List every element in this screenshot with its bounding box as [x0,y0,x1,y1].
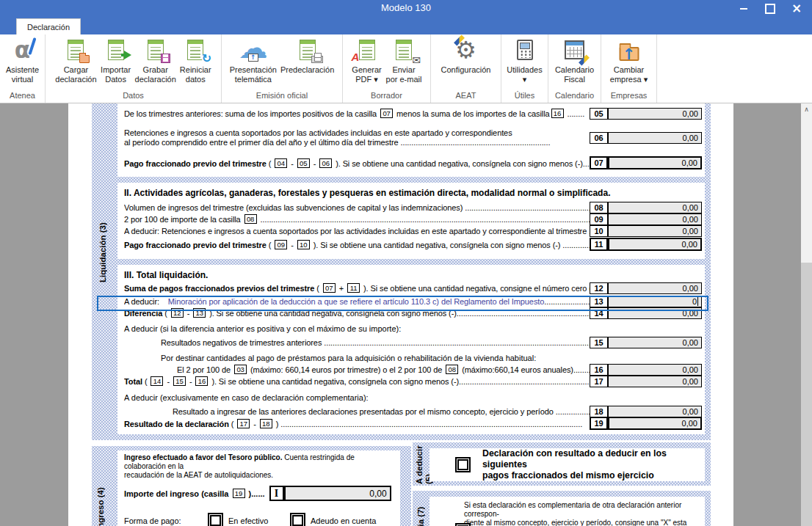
row-label: A deducir: Minoración por aplicación de … [124,297,590,306]
ribbon-group-calendario: Calendario Fiscal Calendario [548,34,601,103]
row-label: A deducir: Retenciones e ingresos a cuen… [124,227,590,235]
importe-value-field[interactable]: 0,00 [284,486,391,501]
gear-icon: ⚙ [451,36,482,64]
cambiar-empresa-button[interactable]: ↑ Cambiar empresa ▾ [609,35,649,85]
document-printer-icon [292,36,323,64]
a-deducir-checkbox[interactable] [455,457,471,472]
ribbon-group-emision: ☁↑ Presentación telemática Predeclaració… [222,34,343,103]
presentacion-telematica-button[interactable]: ☁↑ Presentación telemática [228,35,278,85]
ribbon-group-borrador: A Generar PDF ▾ ✉ Enviar por e-mail Borr… [343,34,431,103]
configuracion-button[interactable]: ⚙ Configuración [440,35,493,76]
reiniciar-datos-button[interactable]: ↻ Reiniciar datos [178,35,213,85]
note-a-deducir-1: A deducir (si la diferencia anterior es … [124,324,702,333]
a-deducir-box: Declaración con resultado a deducir en l… [429,448,705,481]
utilidades-button[interactable]: Utilidades ▾ [505,35,543,85]
complementaria-text: Si esta declaración es complementaria de… [464,501,699,526]
ribbon-group-aeat: ⚙ Configuración AEAT [431,34,501,103]
row-label: Pago fraccionado previo del trimestre ( … [124,240,590,249]
ribbon: α Asistente virtual Atenea Cargar declar… [0,34,812,103]
form-row-19: Resultado de la declaración ( 17 - 18 ) … [124,417,702,430]
generar-pdf-button[interactable]: A Generar PDF ▾ [350,35,384,85]
row-label: De los trimestres anteriores: suma de lo… [124,109,590,118]
row-label: Retenciones e ingresos a cuenta soportad… [124,128,590,147]
casilla-value-field[interactable]: 0,00 [608,282,702,294]
tab-declaracion[interactable]: Declaración [16,18,81,34]
casilla-value-field[interactable]: 0,00 [608,376,702,387]
modelo-130-window: Modelo 130 × Declaración α Asistente vir… [0,0,812,526]
grabar-declaracion-button[interactable]: Grabar declaración [134,35,178,85]
casilla-number: 15 [590,337,608,348]
title-bar: Modelo 130 × [0,0,812,34]
form-row-14: Diferencia ( 12 - 13 ). Si se obtiene un… [124,307,702,319]
form-row-15: Resultados negativos de trimestres anter… [124,336,702,348]
casilla-value-field[interactable]: 0,00 [608,238,702,251]
casilla-value-field[interactable]: 0,00 [608,417,702,430]
casilla-value-field[interactable]: 0,00 [608,213,702,225]
a-deducir-text: Declaración con resultado a deducir en l… [482,448,705,481]
casilla-value-field[interactable]: 0,00 [608,202,702,213]
calendar-icon [559,36,590,64]
minimize-button[interactable] [733,1,755,15]
text-caret [697,297,698,306]
form-row-07: Pago fraccionado previo del trimestre ( … [124,156,702,169]
complementaria-box: Si esta declaración es complementaria de… [429,497,705,526]
section-complementaria: Complementaria (7) Si esta declaración e… [413,491,711,526]
form-viewport: Liquidación (3) De los trimestres anteri… [0,103,812,526]
casilla-value-field[interactable]: 0,00 [608,132,702,144]
casilla-number: 16 [590,364,608,376]
note-a-deducir-2: A deducir (exclusivamente en caso de dec… [124,393,702,402]
liquidacion-box-1: De los trimestres anteriores: suma de lo… [117,103,705,177]
casilla-number: 14 [590,307,608,319]
asistente-virtual-button[interactable]: α Asistente virtual [4,35,40,85]
group-name-datos: Datos [46,90,221,103]
casilla-value-field[interactable]: 0,00 [608,156,702,169]
ribbon-group-utiles: Utilidades ▾ Útiles [501,34,548,103]
casilla-value-field[interactable]: 0,00 [608,108,702,120]
importe-row: Importe del ingreso (casilla 19 )...... … [124,486,396,501]
enviar-email-button[interactable]: ✉ Enviar por e-mail [385,35,424,85]
cargar-declaracion-button[interactable]: Cargar declaración [54,35,98,85]
liquidacion-side-label: Liquidación (3) [98,180,108,282]
vertical-scrollbar[interactable]: ∧ [801,103,812,526]
document-pdf-icon: A [352,36,383,64]
casilla-value-field[interactable]: 0,00 [608,307,702,319]
row-label: Resultado a ingresar de las anteriores d… [124,407,590,416]
form-row-10: A deducir: Retenciones e ingresos a cuen… [124,224,702,237]
en-efectivo-checkbox[interactable] [208,513,223,526]
row-label: Volumen de ingresos del trimestre (exclu… [124,203,590,212]
form-row-18: Resultado a ingresar de las anteriores d… [124,405,702,417]
form-row-13: A deducir: Minoración por aplicación de … [124,295,702,307]
form-row-17: Total ( 14 - 15 - 16 ). Si se obtiene un… [124,375,702,387]
group-name-aeat: AEAT [431,90,501,103]
section-ingreso: Ingreso (4) Ingreso efectuado a favor de… [92,446,411,526]
row-label: Resultado de la declaración ( 17 - 18 ) … [124,419,590,428]
form-row-05: De los trimestres anteriores: suma de lo… [124,107,702,120]
maximize-button[interactable] [759,1,781,15]
casilla-number: 06 [590,132,608,144]
predeclaracion-button[interactable]: Predeclaración [279,35,336,76]
document-save-icon [140,36,171,64]
close-button[interactable]: × [786,1,808,15]
casilla-value-field-focused[interactable]: 0 [608,296,702,307]
casilla-number: 10 [590,225,608,237]
scroll-up-icon[interactable]: ∧ [801,103,812,114]
document-import-arrow-icon [101,36,131,64]
form-row-08: Volumen de ingresos del trimestre (exclu… [124,201,702,213]
casilla-number: 19 [590,417,608,430]
note-vivienda: Por destinar cantidades al pago de prést… [124,354,702,362]
casilla-value-field[interactable]: 0,00 [608,337,702,348]
complementaria-checkbox[interactable] [455,523,471,526]
ribbon-group-empresas: ↑ Cambiar empresa ▾ Empresas [601,34,657,103]
casilla-value-field[interactable]: 0,00 [608,364,702,376]
casilla-value-field[interactable]: 0,00 [608,406,702,417]
casilla-number: 05 [590,108,608,120]
importar-datos-button[interactable]: Importar Datos [99,35,133,85]
alpha-assistant-icon: α [7,36,38,64]
scrollbar-thumb[interactable] [801,263,812,526]
casilla-number: 18 [590,406,608,417]
row-label: Resultados negativos de trimestres anter… [124,338,590,347]
calendario-fiscal-button[interactable]: Calendario Fiscal [554,35,595,85]
adeudo-checkbox[interactable] [290,513,305,526]
section-iii-header: III. Total liquidación. [124,265,702,280]
casilla-value-field[interactable]: 0,00 [608,225,702,237]
